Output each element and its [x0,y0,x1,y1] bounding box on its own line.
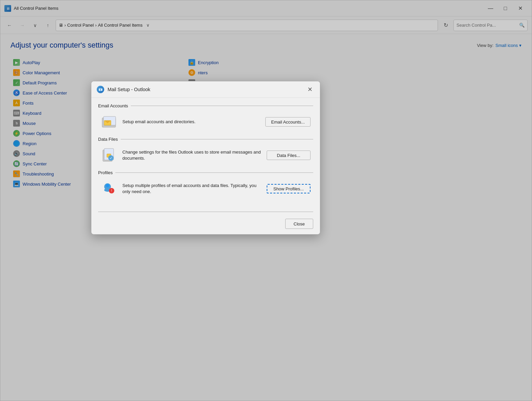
email-accounts-label: Email Accounts [98,103,128,108]
modal-close-button[interactable]: ✕ [305,85,315,94]
data-files-content: ✓ Change settings for the files Outlook … [98,146,313,165]
profiles-header: Profiles [98,170,313,175]
profiles-desc: Setup multiple profiles of email account… [122,183,261,195]
profiles-line [115,172,313,173]
email-accounts-section: Email Accounts Setup email accounts and … [98,103,313,131]
email-accounts-button[interactable]: Email Accounts... [265,117,311,127]
profiles-icon: ! [101,181,117,197]
profiles-label: Profiles [98,170,113,175]
modal-body: Email Accounts Setup email accounts and … [91,98,320,209]
data-files-desc: Change settings for the files Outlook us… [122,149,261,161]
profiles-section: Profiles ! Setup multiple profiles of e [98,170,313,198]
email-accounts-desc: Setup email accounts and directories. [122,119,260,125]
data-files-section: Data Files ✓ Change settings for the fi [98,137,313,165]
dialog-close-button[interactable]: Close [285,219,313,229]
modal-overlay: 📧 Mail Setup - Outlook ✕ Email Accounts [0,0,532,401]
modal-divider [98,212,313,212]
email-accounts-icon [101,114,117,130]
data-files-line [121,139,313,139]
modal-title-bar: 📧 Mail Setup - Outlook ✕ [91,81,320,98]
profiles-content: ! Setup multiple profiles of email accou… [98,179,313,198]
modal-title: Mail Setup - Outlook [108,87,302,92]
modal-footer: Close [91,215,320,234]
data-files-header: Data Files [98,137,313,142]
data-files-label: Data Files [98,137,118,142]
data-files-icon: ✓ [101,147,117,163]
email-accounts-line [131,106,313,106]
show-profiles-button[interactable]: Show Profiles... [267,184,311,193]
email-accounts-content: Setup email accounts and directories. Em… [98,112,313,131]
data-files-button[interactable]: Data Files... [267,151,311,160]
svg-text:!: ! [111,189,112,193]
modal-icon: 📧 [97,86,104,93]
mail-setup-dialog: 📧 Mail Setup - Outlook ✕ Email Accounts [91,81,320,235]
email-accounts-header: Email Accounts [98,103,313,108]
svg-text:✓: ✓ [110,156,112,160]
svg-point-10 [106,184,109,187]
